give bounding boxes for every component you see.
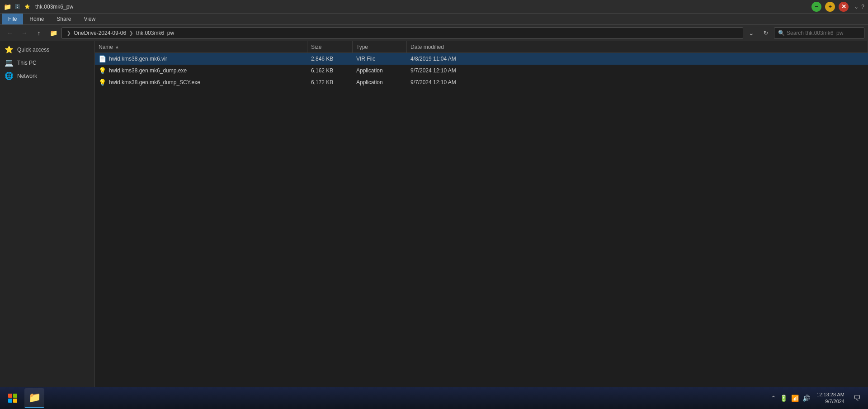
file-size-cell-3: 6,172 KB — [307, 76, 353, 88]
col-header-date[interactable]: Date modified — [407, 41, 868, 52]
table-row[interactable]: 💡 hwid.kms38.gen.mk6_dump_SCY.exe 6,172 … — [95, 76, 868, 88]
exe-file-icon-1: 💡 — [99, 67, 106, 74]
file-type-cell-1: VIR File — [353, 53, 407, 65]
star-icon: ⭐ — [5, 45, 14, 54]
close-button[interactable]: ✕ — [839, 2, 849, 12]
file-date-cell-2: 9/7/2024 12:10 AM — [407, 65, 868, 76]
tab-share[interactable]: Share — [50, 14, 77, 24]
file-name-cell-1: 📄 hwid.kms38.gen.mk6.vir — [95, 53, 307, 65]
dropdown-button[interactable]: ⌄ — [745, 27, 758, 39]
refresh-button[interactable]: ↻ — [760, 27, 772, 39]
minimize-button[interactable]: − — [811, 2, 821, 12]
table-row[interactable]: 📄 hwid.kms38.gen.mk6.vir 2,846 KB VIR Fi… — [95, 53, 868, 65]
exe-file-icon-2: 💡 — [99, 79, 106, 86]
windows-logo-icon — [8, 394, 17, 403]
tray-chevron-icon[interactable]: ⌃ — [770, 394, 777, 403]
file-list-header: Name ▲ Size Type Date modified — [95, 41, 868, 53]
window-controls: − + ✕ ⌄ ? — [810, 2, 868, 12]
taskbar-right: ⌃ 🔋 📶 🔊 12:13:28 AM 9/7/2024 🗨 — [770, 391, 864, 405]
title-bar-left: 📁 🗄️ ⭐ thk.003mk6_pw — [4, 3, 73, 10]
expand-icon[interactable]: ⌄ — [854, 4, 859, 10]
title-icon-2: 🗄️ — [14, 3, 21, 10]
tray-area: ⌃ 🔋 📶 🔊 — [770, 394, 811, 403]
forward-button[interactable]: → — [18, 27, 31, 39]
file-date-cell-1: 4/8/2019 11:04 AM — [407, 53, 868, 65]
folder-up-icon: 📁 — [47, 27, 60, 39]
file-date-cell-3: 9/7/2024 12:10 AM — [407, 76, 868, 88]
file-type-cell-2: Application — [353, 65, 407, 76]
path-part-2[interactable]: thk.003mk6_pw — [134, 29, 176, 37]
main-area: ⭐ Quick access 💻 This PC 🌐 Network Name … — [0, 41, 868, 397]
chevron-right-icon-2: ❯ — [129, 30, 133, 36]
volume-icon[interactable]: 🔊 — [802, 394, 811, 403]
ribbon: File Home Share View — [0, 14, 868, 25]
file-explorer-icon: 📁 — [28, 392, 41, 404]
help-icon[interactable]: ? — [861, 4, 864, 10]
path-part-1[interactable]: OneDrive-2024-09-06 — [72, 29, 128, 37]
sidebar-item-quick-access[interactable]: ⭐ Quick access — [1, 43, 94, 56]
file-type-cell-3: Application — [353, 76, 407, 88]
table-row[interactable]: 💡 hwid.kms38.gen.mk6_dump.exe 6,162 KB A… — [95, 65, 868, 76]
file-rows: 📄 hwid.kms38.gen.mk6.vir 2,846 KB VIR Fi… — [95, 53, 868, 397]
file-name-cell-3: 💡 hwid.kms38.gen.mk6_dump_SCY.exe — [95, 76, 307, 88]
notification-icon: 🗨 — [854, 394, 861, 402]
col-header-type[interactable]: Type — [353, 41, 407, 52]
file-size-cell-2: 6,162 KB — [307, 65, 353, 76]
folder-icon: 📁 — [4, 3, 11, 10]
address-path[interactable]: ❯ OneDrive-2024-09-06 ❯ thk.003mk6_pw — [61, 27, 743, 39]
network-icon: 🌐 — [5, 71, 14, 80]
col-header-name[interactable]: Name ▲ — [95, 41, 307, 52]
taskbar-left: 📁 — [4, 388, 44, 408]
taskbar: 📁 ⌃ 🔋 📶 🔊 12:13:28 AM 9/7/2024 🗨 — [0, 387, 868, 409]
col-header-size[interactable]: Size — [307, 41, 353, 52]
network-tray-icon[interactable]: 📶 — [790, 394, 800, 403]
maximize-button[interactable]: + — [825, 2, 835, 12]
search-icon: 🔍 — [778, 30, 785, 36]
tab-view[interactable]: View — [77, 14, 102, 24]
sidebar: ⭐ Quick access 💻 This PC 🌐 Network — [0, 41, 95, 397]
up-button[interactable]: ↑ — [33, 27, 45, 39]
chevron-right-icon-1: ❯ — [66, 30, 71, 36]
start-button[interactable] — [4, 389, 22, 407]
clock[interactable]: 12:13:28 AM 9/7/2024 — [815, 391, 846, 405]
file-area: Name ▲ Size Type Date modified 📄 hwid.km… — [95, 41, 868, 397]
search-box[interactable]: 🔍 — [774, 27, 864, 39]
sidebar-label-this-pc: This PC — [17, 60, 37, 66]
title-bar: 📁 🗄️ ⭐ thk.003mk6_pw − + ✕ ⌄ ? — [0, 0, 868, 14]
address-bar: ← → ↑ 📁 ❯ OneDrive-2024-09-06 ❯ thk.003m… — [0, 25, 868, 41]
sidebar-item-this-pc[interactable]: 💻 This PC — [1, 56, 94, 69]
tab-home[interactable]: Home — [23, 14, 50, 24]
sidebar-label-quick-access: Quick access — [17, 47, 49, 53]
vir-file-icon: 📄 — [99, 55, 106, 62]
title-icon-3: ⭐ — [24, 3, 31, 10]
clock-time: 12:13:28 AM — [816, 391, 844, 398]
battery-icon[interactable]: 🔋 — [779, 394, 788, 403]
sidebar-label-network: Network — [17, 73, 37, 79]
tab-file[interactable]: File — [2, 14, 23, 24]
sort-arrow-icon: ▲ — [115, 44, 119, 49]
notification-button[interactable]: 🗨 — [850, 391, 864, 405]
pc-icon: 💻 — [5, 58, 14, 67]
window-title: thk.003mk6_pw — [35, 4, 73, 10]
address-right: ⌄ ↻ 🔍 — [745, 27, 864, 39]
search-input[interactable] — [787, 30, 860, 36]
ribbon-tabs: File Home Share View — [0, 14, 868, 24]
file-name-cell-2: 💡 hwid.kms38.gen.mk6_dump.exe — [95, 65, 307, 76]
clock-date: 9/7/2024 — [825, 398, 844, 405]
file-size-cell-1: 2,846 KB — [307, 53, 353, 65]
back-button[interactable]: ← — [4, 27, 16, 39]
file-explorer-taskbar-button[interactable]: 📁 — [24, 388, 44, 408]
sidebar-item-network[interactable]: 🌐 Network — [1, 69, 94, 82]
